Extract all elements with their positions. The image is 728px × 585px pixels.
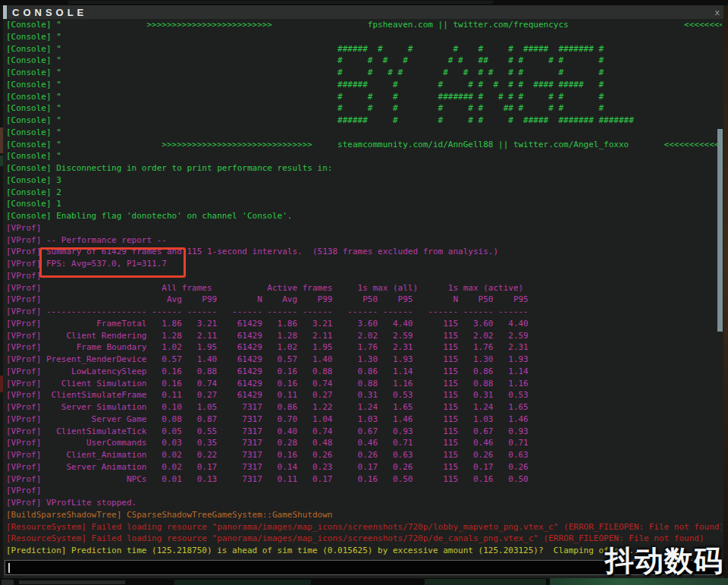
titlebar-accent (3, 5, 7, 19)
console-line: [VProf] FrameTotal 1.86 3.21 61429 1.86 … (6, 318, 722, 330)
console-window: CONSOLE x [Console] " >>>>>>>>>>>>>>>>>>… (3, 5, 723, 578)
console-line: [VProf] (6, 270, 722, 282)
console-line: [VProf] Frame Boundary 1.02 1.95 61429 1… (6, 341, 722, 354)
console-line: [VProf] Client Simulation 0.16 0.74 6142… (6, 378, 722, 390)
console-line: [VProf] Client Rendering 1.28 2.11 61429… (6, 330, 722, 342)
console-line: [Console] " # # # ####### # # # # # # # (6, 91, 722, 103)
console-line: [VProf] All frames Active frames 1s max … (6, 282, 722, 294)
console-line: [Console] " >>>>>>>>>>>>>>>>>>>>>>>>>>>>… (6, 139, 722, 151)
console-line: [VProf] Client_Animation 0.02 0.22 7317 … (6, 449, 722, 461)
console-line: [Console] Disconnecting in order to prin… (6, 162, 722, 175)
console-line: [VProf] Summary of 61429 frames and 115 … (6, 246, 722, 258)
console-line: [Console] " # # # # # # # # # # # # (6, 67, 722, 79)
game-background-speck (174, 580, 311, 585)
console-line: [VProf] VProfLite stopped. (6, 497, 722, 509)
close-button[interactable]: x (714, 8, 720, 17)
console-line: [Console] 1 (6, 198, 722, 210)
console-line: [VProf] UserCommands 0.03 0.35 7317 0.28… (6, 437, 722, 449)
console-line: [Console] " ###### # # # # # ##### #####… (6, 43, 722, 55)
console-line: [VProf] (6, 222, 722, 234)
game-background-speck (550, 578, 728, 585)
console-line: [Console] " # # # # # # ## # # # # (6, 102, 722, 115)
console-line: [ResourceSystem] Failed loading resource… (6, 533, 722, 545)
game-background-bottom (0, 578, 728, 585)
console-line: [Console] " ###### # # # # # ##### #####… (6, 115, 722, 127)
console-log[interactable]: [Console] " >>>>>>>>>>>>>>>>>>>>>>>>> fp… (6, 19, 722, 559)
console-line: [VProf] FPS: Avg=537.0, P1=311.7 (6, 258, 722, 270)
hud-text-fragment (19, 580, 125, 584)
console-line: [Console] " (6, 31, 722, 43)
console-line: [VProf] -- Performance report -- (6, 234, 722, 247)
game-background-top (0, 0, 728, 5)
console-line: [VProf] (6, 485, 722, 497)
console-line: [VProf] Avg P99 N Avg P99 P50 P95 N P50 … (6, 294, 722, 306)
log-scrollbar-thumb[interactable] (717, 129, 723, 332)
console-line: [Console] 3 (6, 175, 722, 187)
console-line: [BuildSparseShadowTree] CSparseShadowTre… (6, 509, 722, 521)
hud-text-fragment (2, 580, 14, 585)
console-line: [VProf] ClientSimulateTick 0.05 0.55 731… (6, 426, 722, 438)
console-line: [ResourceSystem] Failed loading resource… (6, 521, 722, 533)
console-line: [Console] " (6, 150, 722, 162)
console-line: [VProf] -------------------- ------ ----… (6, 306, 722, 318)
console-line: [VProf] ClientSimulateFrame 0.11 0.27 61… (6, 389, 722, 401)
game-background-speck (425, 579, 546, 585)
console-line: [VProf] NPCs 0.01 0.13 7317 0.11 0.17 0.… (6, 473, 722, 486)
window-title: CONSOLE (12, 7, 87, 18)
watermark: 抖动数码 (605, 546, 723, 575)
console-line: [Console] Enabling flag 'donotecho' on c… (6, 210, 722, 222)
console-line: [Console] " >>>>>>>>>>>>>>>>>>>>>>>>> fp… (6, 19, 722, 31)
console-line: [VProf] Present_RenderDevice 0.57 1.40 6… (6, 354, 722, 366)
console-line: [Console] " (6, 127, 722, 139)
console-line: [VProf] Server Simulation 0.10 1.05 7317… (6, 401, 722, 414)
console-line: [VProf] LowLatencySleep 0.16 0.88 61429 … (6, 366, 722, 378)
game-background-patch (68, 1, 493, 4)
console-line: [Console] " # # # # # # ## # # # # # (6, 55, 722, 67)
input-caret (8, 563, 10, 573)
screenshot-root: { "window": { "title": "CONSOLE", "close… (0, 0, 728, 585)
console-line: [VProf] Server Game 0.08 0.87 7317 0.70 … (6, 414, 722, 426)
console-line: [Console] " ###### # # # # # # # #### ##… (6, 79, 722, 91)
console-titlebar[interactable]: CONSOLE x (3, 5, 723, 19)
console-line: [Console] 2 (6, 187, 722, 199)
console-line: [VProf] Server Animation 0.02 0.17 7317 … (6, 461, 722, 473)
game-background-right (723, 5, 728, 578)
